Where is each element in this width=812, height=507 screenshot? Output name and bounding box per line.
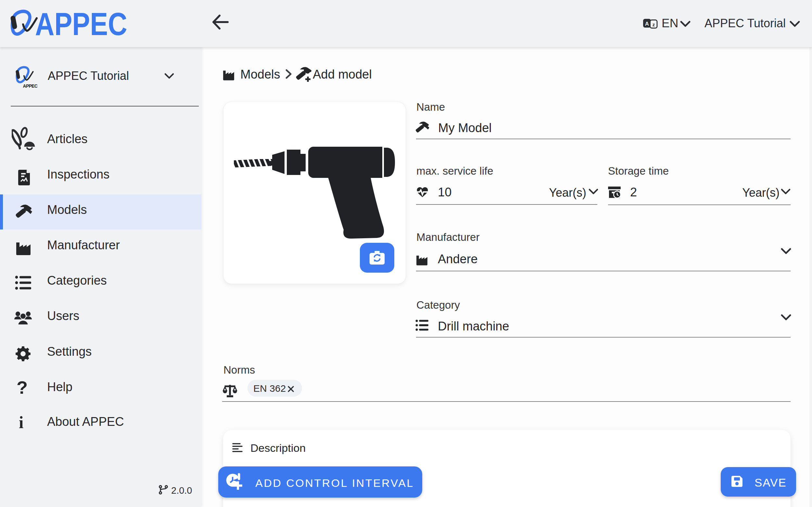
svg-text:z: z bbox=[653, 22, 655, 27]
svg-text:APPEC: APPEC bbox=[23, 83, 38, 89]
svg-text:A: A bbox=[645, 21, 649, 27]
